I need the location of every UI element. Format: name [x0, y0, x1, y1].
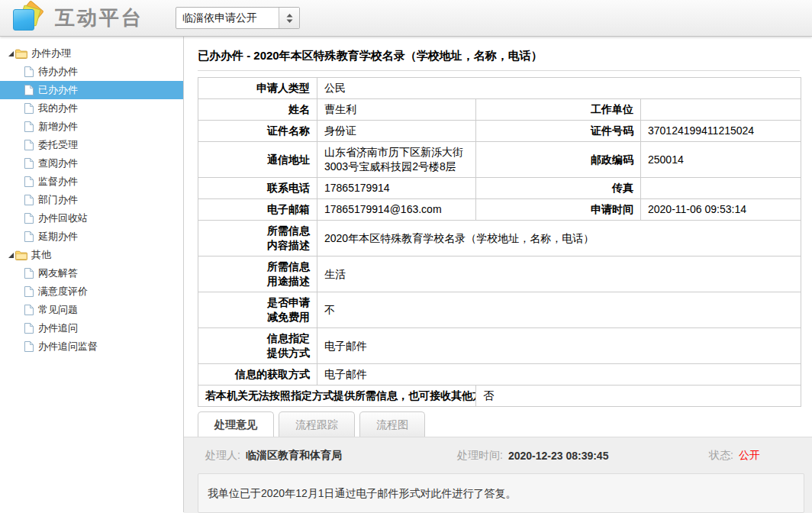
- workspace-select-value: 临淄依申请公开: [176, 8, 279, 28]
- sidebar-item-label: 查阅办件: [38, 156, 78, 170]
- document-icon: [24, 231, 34, 242]
- detail-value: 2020年本区特殊教育学校名录（学校地址，名称，电话）: [317, 221, 801, 256]
- sidebar-item[interactable]: 待办办件: [0, 63, 183, 81]
- sidebar: 办件办理待办办件已办办件我的办件新增办件委托受理查阅办件监督办件部门办件办件回收…: [0, 37, 184, 512]
- detail-value: 不: [317, 292, 801, 328]
- sidebar-item-label: 办件追问监督: [38, 340, 98, 353]
- sidebar-item[interactable]: 满意度评价: [0, 282, 183, 301]
- detail-value: 电子邮件: [317, 328, 801, 364]
- tab-0[interactable]: 处理意见: [198, 411, 274, 437]
- detail-label: 证件名称: [198, 121, 317, 142]
- sidebar-item[interactable]: 我的办件: [0, 99, 183, 118]
- detail-row: 通信地址山东省济南市历下区新泺大街3003号宝威科技园2号楼8层邮政编码2500…: [198, 142, 801, 178]
- detail-value: 否: [476, 386, 801, 407]
- detail-label: 申请人类型: [198, 78, 317, 99]
- detail-value: 250014: [641, 142, 801, 178]
- app-header: 互动平台 临淄依申请公开: [0, 0, 812, 37]
- tab-1[interactable]: 流程跟踪: [279, 411, 355, 437]
- detail-value: 17865179914: [317, 178, 476, 199]
- detail-row: 若本机关无法按照指定方式提供所需信息，也可接收其他方式否: [198, 386, 801, 407]
- detail-value: 生活: [317, 256, 801, 292]
- sidebar-item-label: 我的办件: [38, 102, 78, 115]
- tree-expander-icon[interactable]: [6, 51, 15, 56]
- handler-meta: 处理人: 临淄区教育和体育局: [205, 449, 457, 463]
- detail-row: 所需信息 用途描述生活: [198, 256, 801, 292]
- detail-label: 若本机关无法按照指定方式提供所需信息，也可接收其他方式: [198, 386, 476, 407]
- workspace-select[interactable]: 临淄依申请公开: [176, 7, 300, 29]
- sidebar-item[interactable]: 委托受理: [0, 136, 183, 154]
- folder-icon: [15, 250, 27, 260]
- document-icon: [24, 341, 34, 352]
- sidebar-item-label: 办件回收站: [38, 211, 88, 225]
- detail-value: 17865179914@163.com: [317, 199, 476, 221]
- time-value: 2020-12-23 08:39:45: [508, 450, 609, 462]
- document-icon: [24, 103, 34, 114]
- detail-label: 通信地址: [198, 142, 317, 178]
- detail-value: 370124199411215024: [641, 121, 801, 142]
- detail-value: 身份证: [317, 121, 476, 142]
- tab-2[interactable]: 流程图: [359, 411, 425, 437]
- sidebar-item[interactable]: 常见问题: [0, 301, 183, 319]
- sidebar-folder-0[interactable]: 办件办理: [0, 44, 183, 63]
- detail-row: 联系电话17865179914传真: [198, 178, 801, 199]
- sidebar-item[interactable]: 部门办件: [0, 191, 183, 209]
- sidebar-item[interactable]: 办件追问监督: [0, 337, 183, 356]
- detail-label: 证件号码: [476, 121, 641, 142]
- detail-row: 姓名曹生利工作单位: [198, 99, 801, 121]
- detail-label: 是否申请 减免费用: [198, 292, 317, 328]
- sidebar-item[interactable]: 延期办件: [0, 227, 183, 246]
- sidebar-item[interactable]: 办件追问: [0, 319, 183, 337]
- sidebar-item-label: 部门办件: [38, 193, 78, 207]
- sidebar-folder-label: 其他: [31, 248, 51, 262]
- sidebar-item[interactable]: 已办办件: [0, 81, 183, 99]
- sidebar-item[interactable]: 监督办件: [0, 173, 183, 191]
- folder-icon: [15, 49, 27, 59]
- detail-table: 申请人类型公民姓名曹生利工作单位证件名称身份证证件号码3701241994112…: [198, 77, 801, 407]
- detail-row: 信息的获取方式电子邮件: [198, 364, 801, 386]
- document-icon: [24, 286, 34, 297]
- document-icon: [24, 158, 34, 169]
- detail-label: 申请时间: [476, 199, 641, 221]
- detail-value: 曹生利: [317, 99, 476, 121]
- sidebar-item[interactable]: 新增办件: [0, 118, 183, 136]
- handler-value: 临淄区教育和体育局: [246, 449, 342, 463]
- detail-row: 电子邮箱17865179914@163.com申请时间2020-11-06 09…: [198, 199, 801, 221]
- sidebar-item[interactable]: 查阅办件: [0, 154, 183, 173]
- detail-label: 工作单位: [476, 99, 641, 121]
- detail-row: 申请人类型公民: [198, 78, 801, 99]
- detail-value: [641, 178, 801, 199]
- sidebar-item-label: 网友解答: [38, 266, 78, 280]
- sidebar-folder-1[interactable]: 其他: [0, 246, 183, 264]
- document-icon: [24, 213, 34, 224]
- app-logo-icon: [11, 2, 47, 34]
- select-arrows-icon[interactable]: [279, 8, 299, 28]
- sidebar-item-label: 待办办件: [38, 65, 78, 79]
- sidebar-folder-label: 办件办理: [31, 47, 71, 60]
- sidebar-item-label: 委托受理: [38, 138, 78, 152]
- detail-row: 所需信息 内容描述2020年本区特殊教育学校名录（学校地址，名称，电话）: [198, 221, 801, 256]
- detail-value: 山东省济南市历下区新泺大街3003号宝威科技园2号楼8层: [317, 142, 476, 178]
- sidebar-item-label: 常见问题: [38, 303, 78, 317]
- detail-row: 是否申请 减免费用不: [198, 292, 801, 328]
- detail-value: 2020-11-06 09:53:14: [641, 199, 801, 221]
- page-title: 已办办件 - 2020年本区特殊教育学校名录（学校地址，名称，电话）: [198, 49, 812, 63]
- status-label: 状态:: [709, 449, 733, 463]
- sidebar-item[interactable]: 网友解答: [0, 264, 183, 282]
- detail-row: 信息指定 提供方式电子邮件: [198, 328, 801, 364]
- sidebar-item-label: 办件追问: [38, 321, 78, 335]
- handler-label: 处理人:: [205, 449, 240, 463]
- document-icon: [24, 268, 34, 279]
- sidebar-item-label: 新增办件: [38, 120, 78, 134]
- status-value: 公开: [739, 449, 760, 463]
- detail-value: [641, 99, 801, 121]
- detail-label: 所需信息 内容描述: [198, 221, 317, 256]
- document-icon: [24, 121, 34, 132]
- tree-expander-icon[interactable]: [6, 253, 15, 258]
- document-icon: [24, 85, 34, 95]
- opinion-message-box: 我单位已于2020年12月1日通过电子邮件形式对此件进行了答复。: [198, 473, 804, 513]
- main-layout: 办件办理待办办件已办办件我的办件新增办件委托受理查阅办件监督办件部门办件办件回收…: [0, 37, 812, 512]
- tabs-bar: 处理意见流程跟踪流程图: [198, 411, 812, 437]
- detail-row: 证件名称身份证证件号码370124199411215024: [198, 121, 801, 142]
- detail-label: 姓名: [198, 99, 317, 121]
- sidebar-item[interactable]: 办件回收站: [0, 209, 183, 227]
